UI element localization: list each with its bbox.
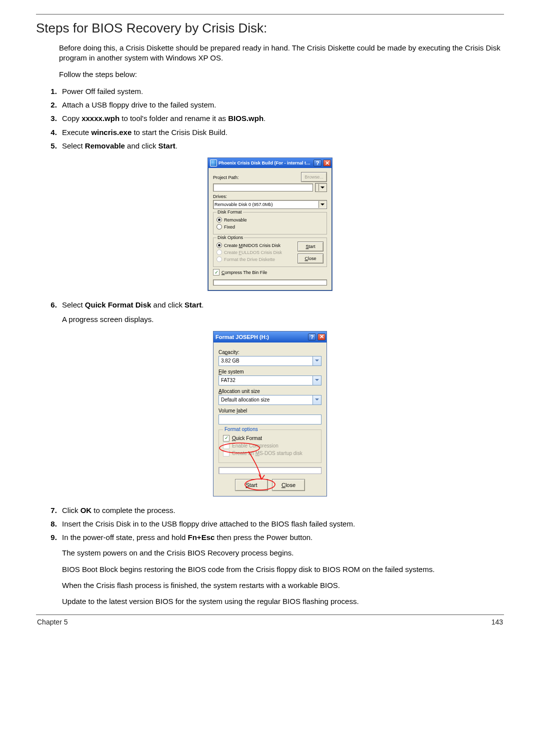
fixed-radio[interactable]: Fixed (216, 224, 324, 230)
format-window-figure: Format JOSEPH (H:) ? ✕ Capacity: 3.82 GB… (36, 331, 504, 496)
intro-paragraph: Before doing this, a Crisis Diskette sho… (36, 43, 504, 64)
removable-radio[interactable]: Removable (216, 217, 324, 222)
msdos-startup-checkbox: Create an MS-DOS startup disk (223, 450, 317, 456)
step-5: Select Removable and click Start. (59, 140, 504, 152)
step-2: Attach a USB floppy drive to the failed … (59, 99, 504, 110)
step-1: Power Off failed system. (59, 86, 504, 97)
format-title: Format JOSEPH (H:) (216, 334, 306, 340)
step-9: In the power-off state, press and hold F… (59, 532, 504, 606)
disk-options-group: Disk Options Create MINIDOS Crisis Disk … (213, 238, 327, 267)
capacity-select[interactable]: 3.82 GB (218, 356, 322, 366)
format-options-group: Format options Quick Format Enable Compr… (218, 430, 322, 463)
step-6-sub: A progress screen displays. (62, 314, 504, 324)
allocation-label: Allocation unit size (218, 388, 322, 394)
format-close-button[interactable]: Close (272, 479, 305, 491)
phoenix-titlebar[interactable]: Phoenix Crisis Disk Build (For - interna… (208, 158, 332, 168)
disk-format-group: Disk Format Removable Fixed (213, 212, 327, 234)
capacity-label: Capacity: (218, 350, 322, 355)
minidos-radio[interactable]: Create MINIDOS Crisis Disk (216, 242, 296, 248)
footer-page: 143 (492, 618, 503, 626)
format-progress (218, 467, 322, 474)
help-button[interactable]: ? (314, 160, 322, 166)
top-rule (36, 14, 504, 14)
follow-paragraph: Follow the steps below: (36, 70, 504, 80)
compress-checkbox[interactable]: Compress The Bin File (213, 269, 327, 276)
close-button[interactable]: Close (298, 254, 324, 264)
bottom-rule (36, 614, 504, 615)
close-icon[interactable]: ✕ (323, 160, 331, 166)
drives-label: Drives: (213, 194, 327, 199)
footer-chapter: Chapter 5 (37, 618, 68, 626)
step-6: Select Quick Format Disk and click Start… (59, 299, 504, 325)
step-3: Copy xxxxx.wph to tool's folder and rena… (59, 112, 504, 124)
project-path-dropdown (315, 183, 327, 192)
step-4: Execute wincris.exe to start the Crisis … (59, 126, 504, 138)
app-icon (210, 160, 217, 166)
browse-button: Browse... (301, 172, 327, 182)
step-7: Click OK to complete the process. (59, 504, 504, 516)
format-window: Format JOSEPH (H:) ? ✕ Capacity: 3.82 GB… (213, 331, 327, 496)
close-icon[interactable]: ✕ (318, 334, 326, 340)
enable-compression-checkbox: Enable Compression (223, 442, 317, 449)
drives-select[interactable]: Removable Disk 0 (957.0Mb) (213, 200, 327, 209)
start-button[interactable]: Start (298, 242, 324, 252)
filesystem-label: File system (218, 369, 322, 374)
volume-input[interactable] (218, 414, 322, 424)
quick-format-checkbox[interactable]: Quick Format (223, 435, 317, 442)
format-start-button[interactable]: Start (235, 479, 268, 491)
phoenix-window-figure: Phoenix Crisis Disk Build (For - interna… (36, 158, 504, 291)
filesystem-select[interactable]: FAT32 (218, 376, 322, 386)
page-heading: Steps for BIOS Recovery by Crisis Disk: (36, 20, 504, 36)
phoenix-window: Phoenix Crisis Disk Build (For - interna… (208, 158, 332, 291)
allocation-select[interactable]: Default allocation size (218, 395, 322, 405)
step-8: Insert the Crisis Disk in to the USB flo… (59, 518, 504, 530)
fulldos-radio: Create FULLDOS Crisis Disk (216, 250, 296, 255)
help-button[interactable]: ? (308, 334, 316, 340)
volume-label: Volume label (218, 408, 322, 414)
formatdrive-radio: Format the Drive Diskette (216, 256, 296, 262)
phoenix-title: Phoenix Crisis Disk Build (For - interna… (218, 160, 312, 166)
project-path-input[interactable] (213, 184, 313, 192)
project-path-label: Project Path: (213, 175, 299, 180)
progress-bar (213, 280, 327, 286)
format-titlebar[interactable]: Format JOSEPH (H:) ? ✕ (214, 332, 326, 342)
